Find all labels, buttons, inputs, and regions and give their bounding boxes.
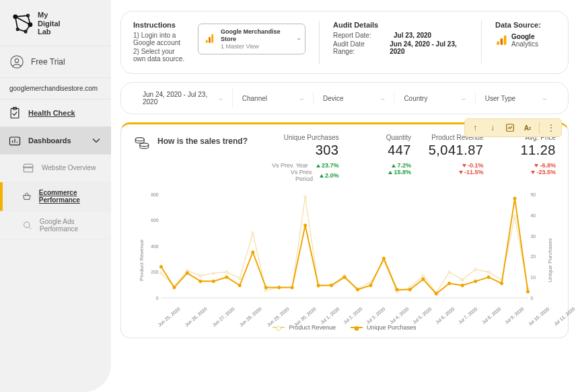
nav-health-check[interactable]: Health Check <box>0 100 111 127</box>
x-tick: Jul 8, 2020 <box>478 303 502 325</box>
sales-trend-card: How is the sales trend? Unique Purchases… <box>120 122 569 338</box>
filter-bar: Jun 24, 2020 - Jul 23, 2020– Channel– De… <box>120 82 569 114</box>
filter-channel[interactable]: Channel– <box>233 92 314 105</box>
chart-legend: Product Revenue Unique Purchases <box>133 324 556 331</box>
svg-point-75 <box>343 276 346 278</box>
vs-prev-year-value: 7.2% <box>392 162 411 169</box>
x-tick: Jul 11, 2020 <box>550 303 576 326</box>
filter-device[interactable]: Device– <box>314 92 394 105</box>
filter-country[interactable]: Country– <box>394 92 475 105</box>
svg-point-85 <box>474 280 477 282</box>
filter-date-range[interactable]: Jun 24, 2020 - Jul 23, 2020– <box>133 88 233 108</box>
svg-rect-15 <box>501 38 503 45</box>
svg-point-61 <box>159 266 162 268</box>
basket-icon <box>22 190 32 203</box>
sidebar: MyDigitalLab Free Trial googlemerchandis… <box>0 0 111 392</box>
nav-dashboards[interactable]: Dashboards <box>0 127 111 155</box>
sort-desc-icon[interactable]: ↓ <box>486 122 499 134</box>
data-source-selector-wrap: Google Merchandise Store 1 Master View <box>198 21 305 64</box>
kpi-value: 5,041.87 <box>417 143 484 158</box>
kpi-unique-purchases: Unique Purchases303Vs Prev. Year23.7%Vs … <box>272 134 339 182</box>
brand-logo: MyDigitalLab <box>0 5 111 46</box>
svg-rect-14 <box>497 42 499 45</box>
coins-icon <box>133 134 151 151</box>
storefront-icon <box>22 161 35 175</box>
kpi-label: Quantity <box>345 134 412 141</box>
main-content: Instructions 1) Login into a Google acco… <box>111 0 578 392</box>
svg-point-38 <box>239 277 242 280</box>
data-source-selector[interactable]: Google Merchandise Store 1 Master View <box>198 24 305 54</box>
y-axis-left-label: Product Revenue <box>139 239 145 281</box>
svg-point-52 <box>422 274 425 277</box>
legend-unique-purchases: Unique Purchases <box>351 324 417 331</box>
domain-label: googlemerchandisestore.com <box>0 78 111 100</box>
vs-prev-period-value: 15.8% <box>388 169 411 175</box>
svg-point-55 <box>461 278 464 281</box>
x-tick: Jul 7, 2020 <box>455 303 478 325</box>
report-date-value: Jul 23, 2020 <box>394 32 431 39</box>
svg-text:0: 0 <box>530 296 533 301</box>
sidebar-item-google-ads-performance[interactable]: Google Ads Performance <box>0 211 111 240</box>
chevron-down-icon <box>89 134 103 147</box>
chart-plot[interactable]: 020040060080001020304050 <box>148 189 541 303</box>
brand-name: MyDigitalLab <box>38 11 61 36</box>
y-axis-right-label: Unique Purchases <box>547 238 553 282</box>
svg-point-37 <box>225 271 228 274</box>
svg-text:800: 800 <box>151 192 159 197</box>
svg-point-77 <box>369 284 372 286</box>
brand-mark-icon <box>11 12 34 35</box>
chart-question: How is the sales trend? <box>157 136 265 146</box>
svg-point-35 <box>199 274 202 277</box>
sort-asc-icon[interactable]: ↑ <box>469 122 481 134</box>
chart-header: How is the sales trend? Unique Purchases… <box>133 134 556 182</box>
svg-point-65 <box>212 280 215 282</box>
audit-details: Audit Details Report Date:Jul 23, 2020 A… <box>333 21 468 64</box>
vs-prev-period-value: -23.5% <box>531 169 556 175</box>
svg-point-86 <box>487 276 490 278</box>
svg-point-36 <box>213 272 215 275</box>
more-menu-icon[interactable]: ⋮ <box>545 122 557 134</box>
ga-bars-icon <box>204 33 215 45</box>
chart-body: Product Revenue Unique Purchases 0200400… <box>133 189 556 331</box>
user-circle-icon <box>9 54 24 69</box>
vs-prev-period-value: -11.5% <box>459 169 484 175</box>
sidebar-item-website-overview[interactable]: Website Overview <box>0 155 111 182</box>
svg-text:0: 0 <box>156 296 159 301</box>
svg-rect-12 <box>209 37 211 42</box>
svg-point-54 <box>448 271 451 274</box>
svg-point-83 <box>448 282 451 284</box>
svg-point-89 <box>526 290 529 293</box>
chart-toolbar: ↑ ↓ Az ⋮ <box>464 118 562 137</box>
svg-point-73 <box>317 284 320 286</box>
svg-point-76 <box>356 288 359 290</box>
report-date-label: Report Date: <box>333 32 388 39</box>
svg-point-63 <box>186 272 188 274</box>
kpi-value: 447 <box>345 143 412 158</box>
data-source-block: Data Source: GoogleAnalytics <box>495 21 556 64</box>
filter-user-type[interactable]: User Type– <box>476 92 556 105</box>
kpi-label: Unique Purchases <box>272 134 339 141</box>
svg-point-80 <box>408 288 411 290</box>
kpi-quantity: Quantity4477.2%15.8% <box>345 134 412 182</box>
svg-point-57 <box>487 271 490 274</box>
svg-point-6 <box>15 58 19 63</box>
audit-range-label: Audit Date Range: <box>333 40 384 55</box>
svg-rect-16 <box>504 36 507 45</box>
svg-point-70 <box>278 286 281 288</box>
svg-point-78 <box>382 257 385 260</box>
chart-type-icon[interactable] <box>504 122 516 134</box>
ga-bars-icon <box>495 34 507 46</box>
svg-point-62 <box>173 286 176 288</box>
account-trial-row[interactable]: Free Trial <box>0 46 111 78</box>
svg-point-88 <box>513 197 516 200</box>
svg-point-74 <box>330 284 332 286</box>
svg-point-87 <box>500 282 503 284</box>
sidebar-item-ecommerce-performance[interactable]: Ecommerce Performance <box>0 182 111 211</box>
audit-title: Audit Details <box>333 21 468 29</box>
text-format-icon[interactable]: Az <box>521 122 534 134</box>
vs-prev-year-value: -6.8% <box>534 162 556 169</box>
selector-name: Google Merchandise Store <box>221 28 293 43</box>
svg-text:20: 20 <box>530 254 536 259</box>
svg-text:40: 40 <box>530 213 536 218</box>
svg-text:600: 600 <box>151 218 159 223</box>
